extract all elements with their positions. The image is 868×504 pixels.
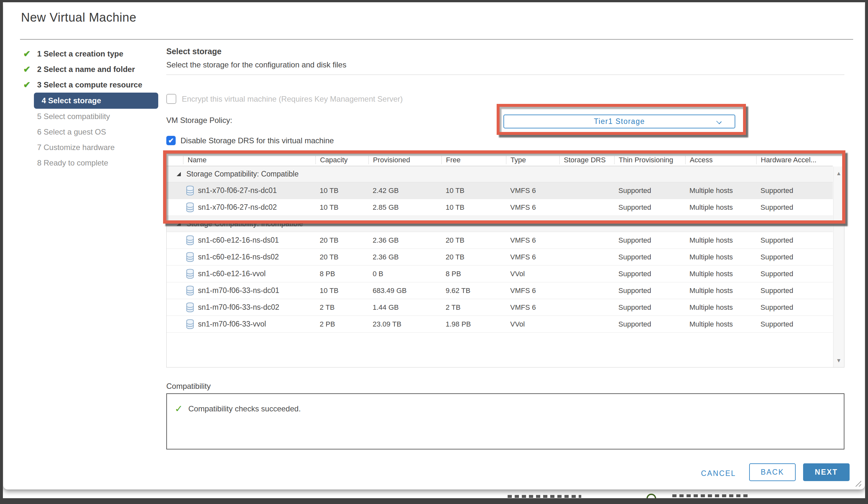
next-button[interactable]: NEXT <box>803 463 850 481</box>
cell-type: VMFS 6 <box>506 203 559 212</box>
datastore-name: sn1-x70-f06-27-ns-dc02 <box>198 203 277 212</box>
column-header-storage-drs[interactable]: Storage DRS <box>559 156 614 164</box>
column-header-access[interactable]: Access <box>685 156 756 164</box>
current-step-pill: 4 Select storage <box>34 93 158 109</box>
cell-free: 20 TB <box>442 253 506 261</box>
cell-provisioned: 2.42 GB <box>369 187 442 195</box>
cell-free: 9.62 TB <box>442 286 506 295</box>
encrypt-vm-row: Encrypt this virtual machine (Requires K… <box>166 94 403 104</box>
datastore-icon <box>186 186 194 196</box>
compatibility-label: Compatibility <box>166 382 210 391</box>
new-vm-dialog: New Virtual Machine ✔1 Select a creation… <box>3 2 865 490</box>
datastore-table-header: NameCapacityProvisionedFreeTypeStorage D… <box>167 154 833 166</box>
column-header-thin-provisioning[interactable]: Thin Provisioning <box>614 156 685 164</box>
wizard-step-1[interactable]: ✔1 Select a creation type <box>23 46 162 62</box>
datastore-name: sn1-m70-f06-33-ns-dc02 <box>198 303 279 312</box>
cell-type: VMFS 6 <box>506 303 559 312</box>
datastore-row[interactable]: sn1-c60-e12-16-vvol8 PB0 B8 PBVVolSuppor… <box>167 265 833 282</box>
wizard-step-8[interactable]: 8 Ready to complete <box>23 155 162 171</box>
wizard-step-5[interactable]: 5 Select compatibility <box>23 109 162 124</box>
scroll-down-icon[interactable]: ▼ <box>834 357 844 364</box>
datastore-name: sn1-c60-e12-16-ns-ds01 <box>198 236 279 244</box>
page-title: Select storage <box>166 47 221 56</box>
cell-access: Multiple hosts <box>685 303 756 312</box>
datastore-icon <box>186 202 194 212</box>
cell-hardware-accel: Supported <box>756 253 833 261</box>
datastore-row[interactable]: sn1-m70-f06-33-ns-dc0110 TB683.49 GB9.62… <box>167 282 833 299</box>
resize-handle[interactable] <box>854 479 861 486</box>
cell-access: Multiple hosts <box>685 270 756 278</box>
datastore-row[interactable]: sn1-c60-e12-16-ns-ds0120 TB2.36 GB20 TBV… <box>167 232 833 249</box>
check-icon: ✔ <box>23 49 31 59</box>
datastore-icon <box>186 252 194 262</box>
scroll-up-icon[interactable]: ▲ <box>834 170 844 177</box>
table-scrollbar[interactable]: ▲ ▼ <box>833 167 844 367</box>
cell-hardware-accel: Supported <box>756 320 833 328</box>
column-header-name[interactable]: Name <box>183 156 316 164</box>
datastore-table-body: Storage Compatibility: Compatiblesn1-x70… <box>167 166 844 333</box>
datastore-icon <box>186 285 194 296</box>
disable-drs-label: Disable Storage DRS for this virtual mac… <box>180 136 334 145</box>
vm-storage-policy-label: VM Storage Policy: <box>166 116 232 125</box>
compatibility-message: Compatibility checks succeeded. <box>188 404 301 413</box>
page-subtitle: Select the storage for the configuration… <box>166 60 347 70</box>
column-header-capacity[interactable]: Capacity <box>316 156 369 164</box>
cancel-button[interactable]: CANCEL <box>694 467 743 480</box>
cell-provisioned: 2.36 GB <box>369 253 442 261</box>
datastore-row[interactable]: sn1-x70-f06-27-ns-dc0110 TB2.42 GB10 TBV… <box>167 182 833 199</box>
cell-provisioned: 2.36 GB <box>369 236 442 244</box>
cell-capacity: 10 TB <box>316 187 369 195</box>
dialog-title: New Virtual Machine <box>21 11 136 24</box>
cell-capacity: 8 PB <box>316 270 369 278</box>
wizard-step-2[interactable]: ✔2 Select a name and folder <box>23 62 162 77</box>
cell-type: VMFS 6 <box>506 253 559 261</box>
column-header-provisioned[interactable]: Provisioned <box>369 156 442 164</box>
cell-thin-provisioning: Supported <box>614 270 685 278</box>
column-header-hardware-accel[interactable]: Hardware Accel... <box>756 156 833 164</box>
cell-access: Multiple hosts <box>685 286 756 295</box>
cell-access: Multiple hosts <box>685 187 756 195</box>
wizard-step-4[interactable]: 4 Select storage <box>23 93 162 109</box>
window-frame-bottom <box>0 498 868 504</box>
back-button[interactable]: BACK <box>749 463 796 481</box>
cell-type: VMFS 6 <box>506 187 559 195</box>
datastore-row[interactable]: sn1-m70-f06-33-vvol2 PB23.09 TB1.98 PBVV… <box>167 316 833 333</box>
cell-thin-provisioning: Supported <box>614 286 685 295</box>
expand-triangle-icon <box>177 222 181 226</box>
wizard-step-7[interactable]: 7 Customize hardware <box>23 140 162 155</box>
storage-compatibility-group[interactable]: Storage Compatibility: Incompatible <box>167 216 833 232</box>
disable-drs-checkbox[interactable]: ✔ <box>166 136 176 145</box>
datastore-name: sn1-c60-e12-16-ns-ds02 <box>198 253 279 261</box>
cell-free: 20 TB <box>442 236 506 244</box>
datastore-name: sn1-m70-f06-33-ns-dc01 <box>198 286 279 295</box>
cell-capacity: 10 TB <box>316 203 369 212</box>
cell-capacity: 10 TB <box>316 286 369 295</box>
column-header-free[interactable]: Free <box>442 156 506 164</box>
datastore-row[interactable]: sn1-m70-f06-33-ns-dc022 TB1.44 GB2 TBVMF… <box>167 299 833 316</box>
vm-storage-policy-value: Tier1 Storage <box>594 117 645 126</box>
datastore-icon <box>186 319 194 329</box>
datastore-row[interactable]: sn1-x70-f06-27-ns-dc0210 TB2.85 GB10 TBV… <box>167 199 833 216</box>
cell-free: 2 TB <box>442 303 506 312</box>
datastore-row[interactable]: sn1-c60-e12-16-ns-ds0220 TB2.36 GB20 TBV… <box>167 249 833 265</box>
encrypt-vm-checkbox[interactable] <box>166 94 176 104</box>
background-page-fragment <box>508 495 581 498</box>
title-divider <box>20 39 853 40</box>
success-check-icon: ✓ <box>175 403 183 414</box>
wizard-step-6[interactable]: 6 Select a guest OS <box>23 124 162 140</box>
check-icon: ✔ <box>23 80 31 90</box>
cell-capacity: 20 TB <box>316 236 369 244</box>
wizard-step-3[interactable]: ✔3 Select a compute resource <box>23 77 162 93</box>
column-header-type[interactable]: Type <box>506 156 559 164</box>
chevron-down-icon <box>716 119 722 124</box>
cell-capacity: 2 PB <box>316 320 369 328</box>
storage-compatibility-group[interactable]: Storage Compatibility: Compatible <box>167 166 833 182</box>
vm-storage-policy-select[interactable]: Tier1 Storage <box>504 115 735 128</box>
cell-thin-provisioning: Supported <box>614 203 685 212</box>
datastore-icon <box>186 302 194 312</box>
cell-provisioned: 683.49 GB <box>369 286 442 295</box>
column-header-selector[interactable] <box>167 156 183 164</box>
datastore-name: sn1-c60-e12-16-vvol <box>198 270 266 278</box>
cell-thin-provisioning: Supported <box>614 187 685 195</box>
cell-thin-provisioning: Supported <box>614 320 685 328</box>
